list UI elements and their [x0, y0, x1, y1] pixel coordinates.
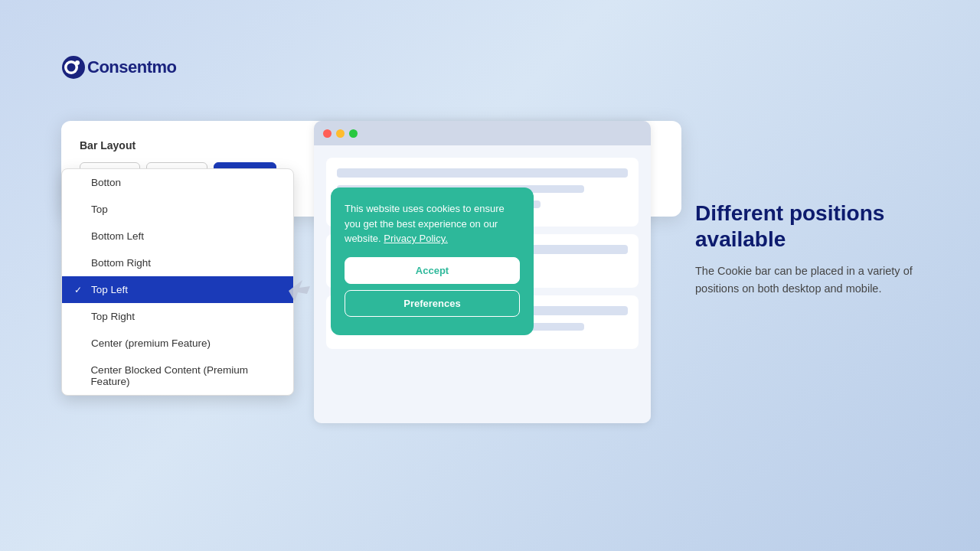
check-top-left: ✓	[74, 285, 85, 295]
browser-dot-yellow	[336, 129, 345, 138]
svg-point-3	[75, 60, 80, 65]
browser-dot-green	[349, 129, 358, 138]
accept-button[interactable]: Accept	[345, 257, 520, 284]
cookie-message: This website uses cookies to ensure you …	[345, 201, 520, 246]
right-text-section: Different positions available The Cookie…	[695, 201, 925, 297]
privacy-policy-link[interactable]: Privacy Policy.	[384, 233, 448, 244]
preferences-button[interactable]: Preferences	[345, 290, 520, 317]
dropdown-menu: Botton Top Bottom Left Bottom Right ✓ To…	[61, 168, 294, 396]
browser-dot-red	[323, 129, 332, 138]
cookie-popup: This website uses cookies to ensure you …	[331, 187, 534, 335]
svg-point-2	[67, 64, 76, 72]
svg-marker-4	[289, 280, 310, 302]
browser-mockup: This website uses cookies to ensure you …	[314, 121, 651, 423]
dropdown-item-center[interactable]: Center (premium Feature)	[62, 330, 293, 357]
content-bar	[337, 168, 628, 178]
logo-icon	[61, 55, 86, 80]
arrow-pointer	[289, 280, 310, 305]
dropdown-item-top-right[interactable]: Top Right	[62, 303, 293, 330]
right-heading: Different positions available	[695, 201, 925, 252]
right-body: The Cookie bar can be placed in a variet…	[695, 262, 925, 297]
dropdown-item-top-left[interactable]: ✓ Top Left	[62, 276, 293, 303]
browser-content: This website uses cookies to ensure you …	[314, 145, 651, 423]
dropdown-item-center-blocked[interactable]: Center Blocked Content (Premium Feature)	[62, 357, 293, 395]
dropdown-item-botton[interactable]: Botton	[62, 169, 293, 196]
arrow-icon	[289, 280, 310, 302]
logo-text: Consentmo	[87, 57, 177, 77]
dropdown-item-top[interactable]: Top	[62, 196, 293, 223]
dropdown-item-bottom-left[interactable]: Bottom Left	[62, 223, 293, 249]
dropdown-item-bottom-right[interactable]: Bottom Right	[62, 249, 293, 276]
logo: Consentmo	[61, 55, 177, 80]
browser-titlebar	[314, 121, 651, 145]
